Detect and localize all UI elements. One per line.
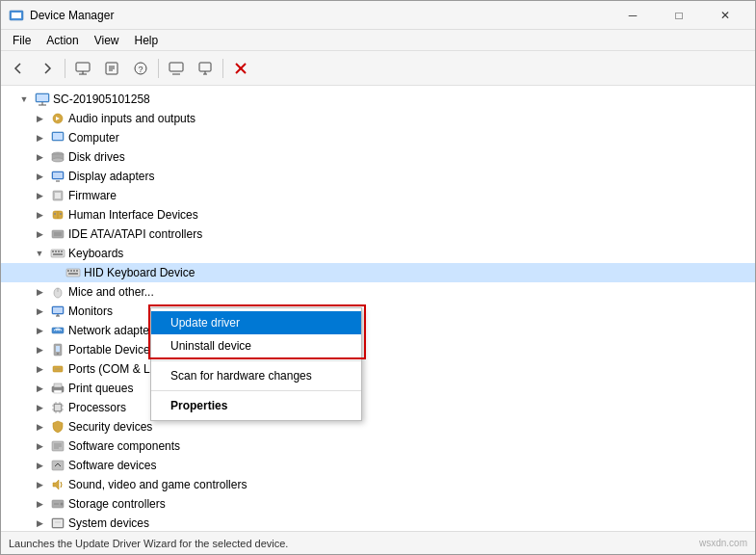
software-comp-icon <box>50 438 65 454</box>
scan-button[interactable] <box>192 55 219 82</box>
ctx-properties[interactable]: Properties <box>151 394 361 417</box>
menu-action[interactable]: Action <box>39 30 86 51</box>
display-label: Display adapters <box>68 170 154 183</box>
mice-icon <box>50 284 65 300</box>
firmware-expand[interactable]: ▶ <box>32 188 47 203</box>
svg-point-35 <box>60 213 62 215</box>
system-label: System devices <box>68 516 149 530</box>
ctx-uninstall-device[interactable]: Uninstall device <box>151 334 361 357</box>
ports-expand[interactable]: ▶ <box>32 361 47 377</box>
tree-item-portable[interactable]: ▶ Portable Device... <box>1 340 755 359</box>
menu-file[interactable]: File <box>5 30 39 51</box>
tree-item-hid-keyboard[interactable]: ▶ HID Keyboard Device <box>1 263 755 282</box>
tree-root[interactable]: ▼ SC-201905101258 <box>1 90 755 109</box>
properties-view-button[interactable] <box>98 55 125 82</box>
tree-item-sound[interactable]: ▶ Sound, video and game controllers <box>1 475 755 494</box>
tree-item-ports[interactable]: ▶ Ports (COM & L... <box>1 359 755 379</box>
back-button[interactable] <box>5 55 32 82</box>
tree-item-storage[interactable]: ▶ Storage controllers <box>1 494 755 514</box>
hid-label: Human Interface Devices <box>68 208 198 222</box>
audio-label: Audio inputs and outputs <box>68 112 196 125</box>
firmware-label: Firmware <box>68 189 117 202</box>
tree-item-print[interactable]: ▶ Print queues <box>1 379 755 398</box>
svg-rect-2 <box>13 19 20 20</box>
hid-expand[interactable]: ▶ <box>32 207 47 223</box>
audio-expand[interactable]: ▶ <box>32 111 47 126</box>
processors-expand[interactable]: ▶ <box>32 400 47 415</box>
security-label: Security devices <box>68 420 152 434</box>
root-expand[interactable]: ▼ <box>16 92 32 107</box>
tree-item-hid[interactable]: ▶ Human Interface Devices <box>1 205 755 225</box>
tree-item-software-comp[interactable]: ▶ Software components <box>1 436 755 456</box>
svg-rect-12 <box>169 63 183 71</box>
mice-expand[interactable]: ▶ <box>32 284 47 300</box>
sound-expand[interactable]: ▶ <box>32 477 47 492</box>
print-expand[interactable]: ▶ <box>32 381 47 396</box>
portable-label: Portable Device... <box>68 343 160 357</box>
keyboards-icon <box>50 246 65 261</box>
print-icon <box>50 381 65 396</box>
tree-item-network[interactable]: ▶ Network adapte... <box>1 321 755 340</box>
close-button[interactable]: ✕ <box>703 1 747 30</box>
display-icon <box>50 169 65 184</box>
ide-expand[interactable]: ▶ <box>32 226 47 242</box>
svg-rect-50 <box>68 273 78 275</box>
software-dev-icon <box>50 458 65 473</box>
tree-item-keyboards[interactable]: ▼ Keyboards <box>1 244 755 263</box>
svg-rect-64 <box>54 383 62 387</box>
minimize-button[interactable]: ─ <box>611 1 655 30</box>
security-expand[interactable]: ▶ <box>32 419 47 435</box>
keyboards-expand[interactable]: ▼ <box>32 246 47 261</box>
svg-rect-1 <box>12 13 21 18</box>
context-menu: Update driver Uninstall device Scan for … <box>150 307 362 421</box>
tree-item-mice[interactable]: ▶ Mice and other... <box>1 282 755 302</box>
ctx-update-driver[interactable]: Update driver <box>151 311 361 334</box>
svg-text:?: ? <box>138 65 143 74</box>
mice-label: Mice and other... <box>68 285 154 299</box>
svg-rect-49 <box>76 270 78 272</box>
tree-item-disk[interactable]: ▶ Disk drives <box>1 147 755 167</box>
svg-point-82 <box>61 503 64 506</box>
tree-item-ide[interactable]: ▶ IDE ATA/ATAPI controllers <box>1 225 755 244</box>
svg-rect-41 <box>55 251 57 252</box>
monitors-expand[interactable]: ▶ <box>32 304 47 319</box>
svg-rect-28 <box>53 172 63 178</box>
storage-expand[interactable]: ▶ <box>32 496 47 512</box>
portable-expand[interactable]: ▶ <box>32 342 47 357</box>
display-button[interactable] <box>163 55 190 82</box>
system-expand[interactable]: ▶ <box>32 515 47 531</box>
computer-view-button[interactable] <box>69 55 96 82</box>
maximize-button[interactable]: □ <box>657 1 701 30</box>
disk-expand[interactable]: ▶ <box>32 149 47 165</box>
network-expand[interactable]: ▶ <box>32 323 47 338</box>
computer-expand[interactable]: ▶ <box>32 130 47 145</box>
ctx-separator-1 <box>151 360 361 361</box>
software-dev-expand[interactable]: ▶ <box>32 458 47 473</box>
delete-button[interactable] <box>227 55 254 82</box>
software-comp-expand[interactable]: ▶ <box>32 438 47 454</box>
monitors-label: Monitors <box>68 304 113 318</box>
tree-item-monitors[interactable]: ▶ Monitors <box>1 302 755 321</box>
menu-view[interactable]: View <box>87 30 127 51</box>
audio-icon <box>50 111 65 126</box>
ctx-scan-hardware[interactable]: Scan for hardware changes <box>151 364 361 387</box>
tree-item-firmware[interactable]: ▶ Firmware <box>1 186 755 205</box>
tree-item-software-dev[interactable]: ▶ Software devices <box>1 456 755 475</box>
monitors-icon <box>50 304 65 319</box>
tree-item-processors[interactable]: ▶ Processors <box>1 398 755 417</box>
software-dev-label: Software devices <box>68 459 156 472</box>
menu-help[interactable]: Help <box>127 30 167 51</box>
tree-item-system[interactable]: ▶ System devices <box>1 514 755 531</box>
ports-label: Ports (COM & L... <box>68 362 160 376</box>
tree-item-display[interactable]: ▶ Display adapters <box>1 167 755 186</box>
tree-item-security[interactable]: ▶ Security devices <box>1 417 755 436</box>
device-tree[interactable]: ▼ SC-201905101258 ▶ Audio inputs and out… <box>1 86 755 531</box>
tree-item-computer[interactable]: ▶ Computer <box>1 128 755 147</box>
display-expand[interactable]: ▶ <box>32 169 47 184</box>
help-button[interactable]: ? <box>127 55 154 82</box>
software-comp-label: Software components <box>68 439 180 453</box>
svg-rect-43 <box>61 251 63 252</box>
tree-item-audio[interactable]: ▶ Audio inputs and outputs <box>1 109 755 128</box>
forward-button[interactable] <box>34 55 61 82</box>
keyboards-label: Keyboards <box>68 247 123 260</box>
